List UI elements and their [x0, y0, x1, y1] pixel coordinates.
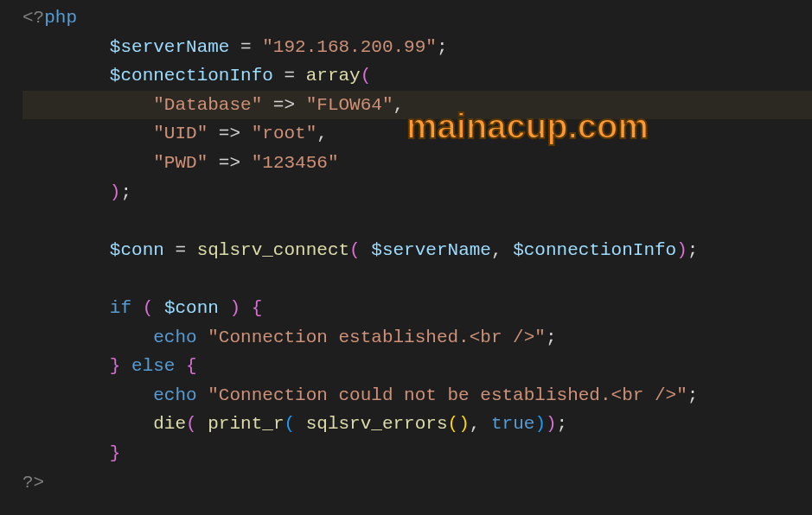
string-literal: "123456"	[252, 153, 339, 173]
code-line: } else {	[22, 352, 812, 381]
string-literal: "FLOW64"	[306, 95, 393, 115]
code-line: ?>	[22, 468, 812, 498]
code-line: echo "Connection could not be establishe…	[22, 381, 812, 410]
php-open-tag: <?	[22, 8, 44, 28]
keyword: echo	[153, 385, 196, 405]
function-call: print_r	[208, 414, 284, 434]
keyword: if	[110, 298, 131, 318]
variable: $connectionInfo	[513, 240, 676, 260]
function-call: die	[153, 414, 186, 434]
variable: $conn	[164, 298, 219, 318]
code-line: die( print_r( sqlsrv_errors(), true));	[22, 410, 812, 439]
variable: $conn	[110, 240, 164, 260]
code-line: }	[22, 439, 812, 468]
function-call: sqlsrv_connect	[197, 240, 349, 260]
code-line: $serverName = "192.168.200.99";	[22, 33, 812, 62]
constant: true	[491, 414, 534, 434]
code-line: $conn = sqlsrv_connect( $serverName, $co…	[22, 236, 812, 265]
keyword: else	[131, 356, 175, 376]
string-literal: "PWD"	[153, 153, 208, 173]
string-literal: "192.168.200.99"	[262, 37, 437, 57]
string-literal: "UID"	[153, 124, 208, 143]
php-close-tag: ?>	[22, 473, 44, 493]
code-area: <?php $serverName = "192.168.200.99"; $c…	[16, 0, 812, 515]
string-literal: "root"	[252, 124, 317, 143]
keyword: echo	[153, 327, 196, 347]
string-literal: "Connection could not be established.<br…	[208, 385, 687, 405]
code-line: echo "Connection established.<br />";	[22, 323, 812, 353]
line-number-gutter	[0, 0, 16, 515]
variable: $connectionInfo	[110, 66, 273, 86]
code-line: <?php	[22, 3, 812, 33]
variable: $serverName	[110, 37, 230, 57]
code-editor: <?php $serverName = "192.168.200.99"; $c…	[0, 0, 812, 515]
function-call: sqlsrv_errors	[306, 414, 448, 434]
string-literal: "Connection established.<br />"	[208, 327, 546, 347]
string-literal: "Database"	[153, 95, 262, 115]
php-keyword: php	[44, 8, 77, 28]
code-line-blank	[22, 207, 812, 236]
code-line: );	[22, 178, 812, 207]
watermark-text: mainacup.com	[406, 99, 649, 154]
code-line: $connectionInfo = array(	[22, 61, 812, 91]
variable: $serverName	[371, 240, 491, 260]
function-call: array	[306, 66, 361, 86]
code-line: if ( $conn ) {	[22, 294, 812, 323]
code-line-blank	[22, 264, 812, 294]
